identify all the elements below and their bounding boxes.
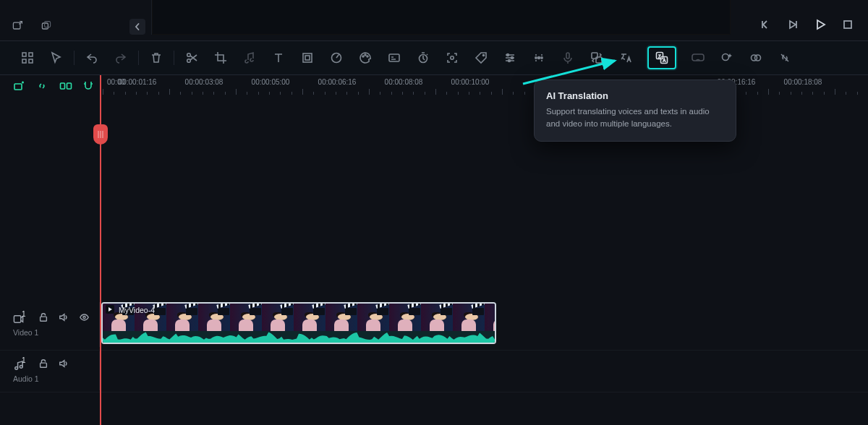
svg-rect-46 xyxy=(40,363,46,367)
svg-rect-40 xyxy=(40,317,46,321)
video-track-icon: 1 xyxy=(13,314,28,325)
track-label: Audio 1 xyxy=(13,374,99,383)
mute-icon[interactable] xyxy=(59,359,69,372)
svg-point-22 xyxy=(509,60,511,62)
ruler-label: 00:00:01:16 xyxy=(119,78,157,86)
ruler-label: 00:00:10:00 xyxy=(451,78,490,86)
svg-rect-10 xyxy=(303,53,312,62)
playhead[interactable] xyxy=(100,75,101,425)
scissors-icon[interactable] xyxy=(177,46,206,69)
svg-rect-26 xyxy=(566,53,569,59)
svg-rect-37 xyxy=(67,83,72,89)
apps-icon[interactable] xyxy=(13,46,42,69)
audio-lane[interactable] xyxy=(100,351,868,390)
crop-icon[interactable] xyxy=(206,46,235,69)
prev-frame-icon[interactable] xyxy=(760,19,771,33)
play-icon[interactable] xyxy=(814,19,826,33)
new-tab-icon[interactable] xyxy=(12,20,23,32)
clip-thumbnail xyxy=(389,304,421,334)
cursor-icon[interactable] xyxy=(42,46,71,69)
svg-rect-5 xyxy=(29,53,33,56)
clip-thumbnail xyxy=(357,304,389,334)
frame-icon[interactable] xyxy=(293,46,322,69)
clip-thumbnail xyxy=(262,304,294,334)
preview-panel xyxy=(152,0,731,35)
step-icon[interactable] xyxy=(787,19,799,33)
clip-thumbnail xyxy=(230,304,262,334)
svg-rect-7 xyxy=(29,59,33,63)
link-icon[interactable] xyxy=(36,80,49,93)
tooltip-title: AI Translation xyxy=(546,90,724,101)
svg-point-14 xyxy=(365,54,366,56)
clip-play-icon xyxy=(106,305,114,315)
svg-point-20 xyxy=(507,54,509,56)
svg-point-24 xyxy=(535,57,537,59)
svg-rect-3 xyxy=(844,21,851,28)
magnet-icon[interactable] xyxy=(82,80,95,93)
copy-tab-icon[interactable] xyxy=(41,20,52,32)
svg-point-32 xyxy=(723,54,729,61)
ai-translate-button[interactable] xyxy=(647,46,676,69)
collapse-panel-button[interactable] xyxy=(129,19,145,35)
lock-slot-icon[interactable] xyxy=(38,359,48,372)
svg-point-18 xyxy=(451,56,454,59)
svg-rect-0 xyxy=(13,22,20,29)
ruler-label: 00:00:18:08 xyxy=(784,78,822,86)
mic-icon[interactable] xyxy=(553,46,582,69)
svg-point-13 xyxy=(362,56,364,57)
palette-icon[interactable] xyxy=(351,46,380,69)
caption-icon[interactable] xyxy=(380,46,409,69)
trash-icon[interactable] xyxy=(142,46,171,69)
svg-point-25 xyxy=(541,57,542,59)
sparkle-icon[interactable] xyxy=(712,46,741,69)
keyframes-icon[interactable] xyxy=(524,46,553,69)
clip-waveform xyxy=(103,331,495,343)
add-layer-icon[interactable] xyxy=(13,80,26,93)
svg-rect-39 xyxy=(14,315,20,322)
ai-translate-tooltip: AI Translation Support translating voice… xyxy=(534,80,736,142)
video-clip[interactable]: MyVideo-4 xyxy=(101,302,496,344)
translate-icon[interactable] xyxy=(611,46,640,69)
svg-rect-2 xyxy=(45,22,51,27)
sliders-icon[interactable] xyxy=(495,46,524,69)
clip-thumbnail xyxy=(453,304,485,334)
ruler-label: 00:00:05:00 xyxy=(252,78,290,86)
svg-point-15 xyxy=(367,56,368,57)
lock-slot-icon[interactable] xyxy=(38,312,48,325)
clip-thumbnail xyxy=(485,304,496,334)
ruler-label: 00:00:08:08 xyxy=(385,78,423,86)
clip-thumbnail xyxy=(326,304,357,334)
video-lane[interactable]: MyVideo-4 xyxy=(100,302,868,347)
svg-point-34 xyxy=(755,55,761,61)
ruler-label: 00:00:06:16 xyxy=(318,78,357,86)
svg-rect-11 xyxy=(305,56,310,60)
mute-icon[interactable] xyxy=(59,312,69,325)
svg-rect-6 xyxy=(22,59,26,63)
svg-rect-1 xyxy=(42,23,48,29)
audio-track-icon: 1 xyxy=(13,360,28,371)
redo-icon[interactable] xyxy=(106,46,135,69)
stopwatch-icon[interactable] xyxy=(409,46,438,69)
clip-thumbnail xyxy=(294,304,326,334)
track-audio-1: 1 Audio 1 xyxy=(0,351,868,390)
timeline-toolbar xyxy=(0,40,868,75)
svg-point-21 xyxy=(511,57,514,59)
timeline-ruler[interactable]: 00:00 00:00:01:1600:00:03:0800:00:05:000… xyxy=(100,75,868,98)
undo-icon[interactable] xyxy=(77,46,106,69)
tag-icon[interactable] xyxy=(467,46,495,69)
track-label: Video 1 xyxy=(13,328,99,337)
track-options xyxy=(0,75,100,98)
focus-icon[interactable] xyxy=(438,46,467,69)
link-off-icon[interactable] xyxy=(770,46,799,69)
cut-region-icon[interactable] xyxy=(59,80,72,93)
track-video-1: 1 Video 1 MyVideo-4 xyxy=(0,302,868,347)
overlay-swap-icon[interactable] xyxy=(582,46,611,69)
visibility-icon[interactable] xyxy=(79,312,90,325)
playhead-handle[interactable] xyxy=(93,124,108,145)
stop-icon[interactable] xyxy=(842,19,854,33)
speed-icon[interactable] xyxy=(322,46,351,69)
vr-icon[interactable] xyxy=(684,46,712,69)
color-swap-icon[interactable] xyxy=(741,46,770,69)
music-icon[interactable] xyxy=(235,46,264,69)
text-icon[interactable] xyxy=(264,46,293,69)
